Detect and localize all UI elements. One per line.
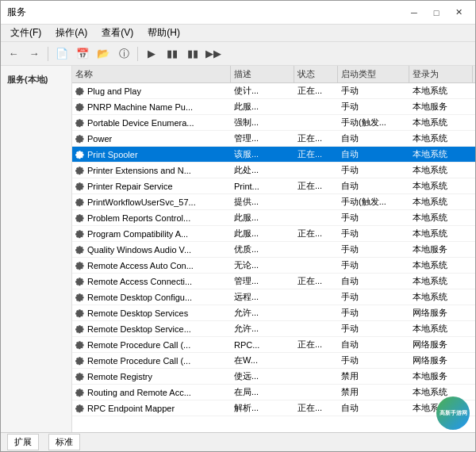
toolbar-sep-2 — [137, 47, 138, 61]
sidebar: 服务(本地) — [1, 66, 72, 432]
service-startup: 手动 — [338, 85, 409, 97]
table-row[interactable]: Print Spooler该服...正在...自动本地系统 — [72, 147, 475, 163]
service-name: Remote Desktop Configu... — [72, 292, 231, 303]
gear-icon — [74, 197, 85, 208]
gear-icon — [74, 244, 85, 255]
table-row[interactable]: Remote Desktop Configu...远程...手动本地系统 — [72, 289, 475, 305]
service-startup: 手动 — [338, 243, 409, 255]
toolbar-btn-1[interactable]: 📄 — [52, 44, 71, 63]
service-name-text: Remote Access Auto Con... — [87, 261, 194, 270]
service-name-text: Remote Procedure Call (... — [87, 356, 190, 366]
window-controls: ─ □ ✕ — [404, 5, 469, 21]
close-button[interactable]: ✕ — [448, 5, 469, 21]
service-startup: 自动 — [338, 132, 409, 144]
table-row[interactable]: PrintWorkflowUserSvc_57...提供...手动(触发...本… — [72, 194, 475, 210]
col-startup[interactable]: 启动类型 — [338, 66, 409, 82]
col-desc[interactable]: 描述 — [231, 66, 294, 82]
column-headers: 名称 描述 状态 启动类型 登录为 — [72, 66, 475, 83]
service-startup: 手动 — [338, 228, 409, 239]
back-button[interactable]: ← — [4, 44, 23, 63]
service-startup: 手动 — [338, 101, 409, 113]
service-name: Routing and Remote Acc... — [72, 387, 231, 398]
service-desc: 使计... — [231, 85, 294, 97]
table-row[interactable]: Printer Extensions and N...此处...手动本地系统 — [72, 163, 475, 178]
service-login: 本地系统 — [409, 132, 473, 144]
service-desc: 此服... — [231, 228, 294, 239]
service-login: 本地系统 — [409, 212, 473, 224]
restart-button[interactable]: ▶▶ — [204, 44, 223, 63]
service-desc: 允许... — [231, 323, 294, 335]
tab-standard[interactable]: 标准 — [48, 434, 80, 450]
gear-icon — [74, 102, 85, 113]
table-row[interactable]: Plug and Play使计...正在...手动本地系统 — [72, 83, 475, 99]
col-status[interactable]: 状态 — [294, 66, 338, 82]
table-row[interactable]: Printer Repair ServicePrint...正在...自动本地系… — [72, 178, 475, 194]
menu-item[interactable]: 查看(V) — [95, 25, 140, 41]
table-row[interactable]: Portable Device Enumera...强制...手动(触发...本… — [72, 115, 475, 131]
table-row[interactable]: Remote Access Connecti...管理...正在...自动本地系… — [72, 274, 475, 289]
services-list: Plug and Play使计...正在...手动本地系统 PNRP Machi… — [72, 83, 475, 432]
gear-icon — [74, 308, 85, 319]
service-login: 本地系统 — [409, 117, 473, 128]
table-row[interactable]: Remote Procedure Call (...在W...手动网络服务 — [72, 353, 475, 369]
table-row[interactable]: Remote Registry使远...禁用本地服务 — [72, 369, 475, 385]
menu-item[interactable]: 文件(F) — [4, 25, 48, 41]
table-row[interactable]: Power管理...正在...自动本地系统 — [72, 131, 475, 147]
service-login: 本地系统 — [409, 291, 473, 303]
service-name: Remote Desktop Services — [72, 308, 231, 319]
toolbar-btn-2[interactable]: 📅 — [73, 44, 92, 63]
service-name-text: Power — [87, 134, 112, 144]
service-startup: 手动 — [338, 307, 409, 319]
sidebar-title: 服务(本地) — [4, 72, 68, 87]
gear-icon — [74, 355, 85, 366]
service-login: 本地服务 — [409, 243, 473, 255]
gear-icon — [74, 387, 85, 398]
maximize-button[interactable]: □ — [426, 5, 447, 21]
service-login: 本地系统 — [409, 148, 473, 160]
table-row[interactable]: Remote Procedure Call (...RPC...正在...自动网… — [72, 337, 475, 353]
service-status: 正在... — [294, 228, 338, 239]
table-row[interactable]: Remote Desktop Services允许...手动网络服务 — [72, 305, 475, 321]
col-login[interactable]: 登录为 — [409, 66, 473, 82]
gear-icon — [74, 213, 85, 224]
pause-button[interactable]: ▮▮ — [183, 44, 202, 63]
table-row[interactable]: Problem Reports Control...此服...手动本地系统 — [72, 210, 475, 226]
service-name: Remote Desktop Service... — [72, 324, 231, 335]
table-row[interactable]: Program Compatibility A...此服...正在...手动本地… — [72, 226, 475, 242]
service-login: 网络服务 — [409, 307, 473, 319]
service-desc: 无论... — [231, 259, 294, 271]
service-name-text: Printer Repair Service — [87, 182, 173, 191]
service-name: Plug and Play — [72, 86, 231, 97]
service-name-text: Remote Registry — [87, 372, 152, 381]
menu-item[interactable]: 操作(A) — [49, 25, 94, 41]
minimize-button[interactable]: ─ — [404, 5, 424, 21]
toolbar-btn-3[interactable]: 📂 — [94, 44, 113, 63]
service-name: Print Spooler — [72, 149, 231, 160]
service-name: PNRP Machine Name Pu... — [72, 102, 231, 113]
table-row[interactable]: Remote Desktop Service...允许...手动本地系统 — [72, 321, 475, 337]
service-login: 本地系统 — [409, 386, 473, 398]
service-name-text: Remote Desktop Service... — [87, 324, 191, 334]
service-login: 本地系统 — [409, 275, 473, 287]
play-button[interactable]: ▶ — [142, 44, 161, 63]
service-name: Remote Procedure Call (... — [72, 339, 231, 350]
forward-button[interactable]: → — [25, 44, 44, 63]
table-row[interactable]: PNRP Machine Name Pu...此服...手动本地服务 — [72, 99, 475, 115]
tab-extend[interactable]: 扩展 — [7, 434, 39, 450]
service-name: Portable Device Enumera... — [72, 117, 231, 128]
table-row[interactable]: Routing and Remote Acc...在局...禁用本地系统 — [72, 385, 475, 400]
title-bar: 服务 ─ □ ✕ — [1, 1, 475, 25]
stop-button[interactable]: ▮▮ — [163, 44, 182, 63]
window-title: 服务 — [7, 6, 404, 19]
service-name: PrintWorkflowUserSvc_57... — [72, 197, 231, 208]
table-row[interactable]: RPC Endpoint Mapper解析...正在...自动本地系统 — [72, 400, 475, 416]
table-row[interactable]: Remote Access Auto Con...无论...手动本地系统 — [72, 258, 475, 274]
table-row[interactable]: Quality Windows Audio V...优质...手动本地服务 — [72, 242, 475, 258]
service-desc: 解析... — [231, 402, 294, 414]
service-status: 正在... — [294, 148, 338, 160]
toolbar-btn-4[interactable]: ⓘ — [114, 44, 133, 63]
col-name[interactable]: 名称 — [72, 66, 231, 82]
service-startup: 自动 — [338, 180, 409, 192]
menu-item[interactable]: 帮助(H) — [141, 25, 186, 41]
service-name: Remote Procedure Call (... — [72, 355, 231, 366]
